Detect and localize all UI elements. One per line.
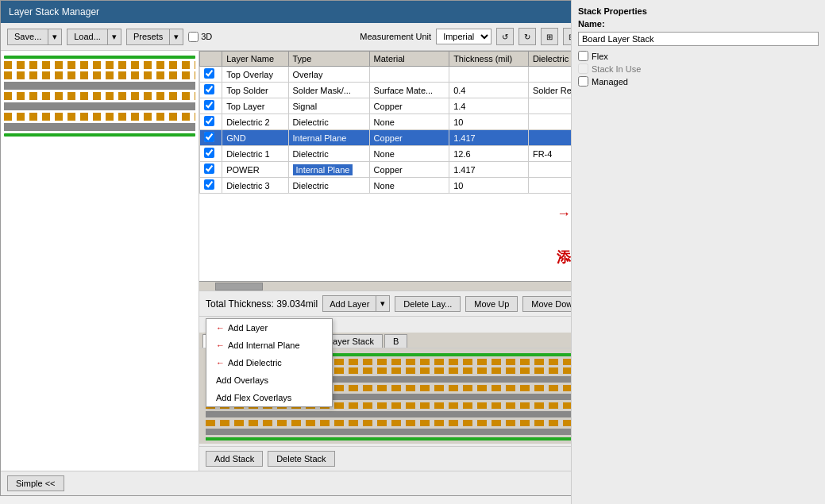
cell-thickness: 10 <box>449 178 529 194</box>
icon-btn-1[interactable]: ⊞ <box>541 28 558 45</box>
cell-name: Dielectric 2 <box>222 114 288 130</box>
measurement-unit-select[interactable]: Imperial <box>436 29 492 44</box>
delete-stack-button[interactable]: Delete Stack <box>268 451 334 467</box>
layer-stripe-solder-top <box>4 61 195 69</box>
presets-button-group: Presets ▾ <box>126 29 183 45</box>
total-thickness: Total Thickness: 39.034mil <box>206 298 318 310</box>
dropdown-item-2[interactable]: ←Add Dielectric <box>206 354 332 371</box>
cell-thickness <box>449 67 529 83</box>
cell-thickness: 1.417 <box>449 162 529 178</box>
arrow-add-internal: ← <box>216 340 225 350</box>
cell-type: Dielectric <box>288 178 369 194</box>
measurement-unit-label: Measurement Unit <box>360 32 431 41</box>
cell-material: Surface Mate... <box>369 83 449 98</box>
window-title: Layer Stack Manager <box>9 6 99 17</box>
load-button[interactable]: Load... <box>67 29 107 45</box>
cell-thickness: 1.4 <box>449 98 529 114</box>
save-button[interactable]: Save... <box>7 29 48 45</box>
left-panel <box>1 51 199 471</box>
presets-button[interactable]: Presets <box>126 29 169 45</box>
layer-stripe-power <box>4 113 195 121</box>
content-area: Layer Name Type Material Thickness (mil)… <box>1 51 824 471</box>
layer-stripe-top-layer <box>4 71 195 79</box>
scrollbar-thumb[interactable] <box>215 283 263 290</box>
cell-type: Internal Plane <box>288 162 369 178</box>
cell-material: Copper <box>369 98 449 114</box>
layer-stripe-dielectric-2 <box>4 82 195 90</box>
row-checkbox[interactable] <box>204 148 214 158</box>
board-stack-tab-2[interactable]: B <box>384 334 407 348</box>
dropdown-item-4[interactable]: Add Flex Coverlays <box>206 389 332 406</box>
save-button-group: Save... ▾ <box>7 29 62 45</box>
cell-name: Dielectric 1 <box>222 146 288 162</box>
layer-stripe-dielectric-1 <box>4 102 195 110</box>
col-header-material[interactable]: Material <box>369 52 449 67</box>
cell-name: Top Layer <box>222 98 288 114</box>
redo-button[interactable]: ↻ <box>519 28 536 45</box>
cell-material: None <box>369 178 449 194</box>
col-header-type[interactable]: Type <box>288 52 369 67</box>
col-header-thickness[interactable]: Thickness (mil) <box>449 52 529 67</box>
dropdown-item-1[interactable]: ←Add Internal Plane <box>206 337 332 354</box>
dropdown-item-0[interactable]: ←Add Layer <box>206 319 332 337</box>
cell-type: Overlay <box>288 67 369 83</box>
layer-stripe-gnd <box>4 92 195 100</box>
cell-thickness: 10 <box>449 114 529 130</box>
3d-label: 3D <box>201 32 212 41</box>
add-layer-button-group: Add Layer ▾ <box>322 295 390 312</box>
load-button-group: Load... ▾ <box>67 29 121 45</box>
cell-name: Top Overlay <box>222 67 288 83</box>
dropdown-item-3[interactable]: Add Overlays <box>206 371 332 389</box>
cell-thickness: 12.6 <box>449 146 529 162</box>
stack-properties-panel: Stack Properties Name: Flex Stack In Use <box>571 333 824 446</box>
add-stack-button[interactable]: Add Stack <box>206 451 263 467</box>
add-layer-button[interactable]: Add Layer <box>322 295 376 312</box>
save-dropdown-arrow[interactable]: ▾ <box>48 29 62 45</box>
cell-type: Dielectric <box>288 114 369 130</box>
layer-stripe-overlay-top <box>4 56 195 59</box>
cell-material: Copper <box>369 162 449 178</box>
cell-type: Signal <box>288 98 369 114</box>
presets-dropdown-arrow[interactable]: ▾ <box>169 29 183 45</box>
cell-name: POWER <box>222 162 288 178</box>
cell-type: Internal Plane <box>288 130 369 146</box>
cell-material: Copper <box>369 130 449 146</box>
cell-material <box>369 67 449 83</box>
3d-checkbox[interactable] <box>188 32 199 42</box>
delete-layer-button[interactable]: Delete Lay... <box>395 296 461 312</box>
row-checkbox[interactable] <box>204 164 214 174</box>
cell-name: Dielectric 3 <box>222 178 288 194</box>
cell-thickness: 0.4 <box>449 83 529 98</box>
row-checkbox[interactable] <box>204 84 214 94</box>
cell-name: GND <box>222 130 288 146</box>
layer-stripe-dielectric-3 <box>4 123 195 131</box>
row-checkbox[interactable] <box>204 179 214 190</box>
col-header-check <box>200 52 222 67</box>
col-header-name[interactable]: Layer Name <box>222 52 288 67</box>
undo-button[interactable]: ↺ <box>496 28 514 45</box>
add-layer-dropdown-arrow[interactable]: ▾ <box>376 295 390 312</box>
row-checkbox[interactable] <box>204 132 214 142</box>
arrow-add-layer: ← <box>216 323 225 333</box>
row-checkbox[interactable] <box>204 100 214 110</box>
cell-material: None <box>369 114 449 130</box>
cell-type: Dielectric <box>288 146 369 162</box>
load-dropdown-arrow[interactable]: ▾ <box>107 29 121 45</box>
layer-stripe-overlay-bottom <box>4 133 195 137</box>
cell-name: Top Solder <box>222 83 288 98</box>
right-section: Layer Name Type Material Thickness (mil)… <box>199 51 824 471</box>
cell-thickness: 1.417 <box>449 130 529 146</box>
3d-checkbox-label[interactable]: 3D <box>188 32 212 42</box>
main-window: Layer Stack Manager ✕ Save... ▾ Load... … <box>0 0 825 496</box>
row-checkbox[interactable] <box>204 68 214 79</box>
arrow-add-dielectric: ← <box>216 358 225 367</box>
simple-button[interactable]: Simple << <box>7 475 64 491</box>
move-up-button[interactable]: Move Up <box>465 296 518 312</box>
cell-material: None <box>369 146 449 162</box>
add-layer-dropdown-menu: ←Add Layer←Add Internal Plane←Add Dielec… <box>206 318 333 407</box>
row-checkbox[interactable] <box>204 116 214 126</box>
cell-type: Solder Mask/... <box>288 83 369 98</box>
layer-visual-panel <box>1 51 199 471</box>
